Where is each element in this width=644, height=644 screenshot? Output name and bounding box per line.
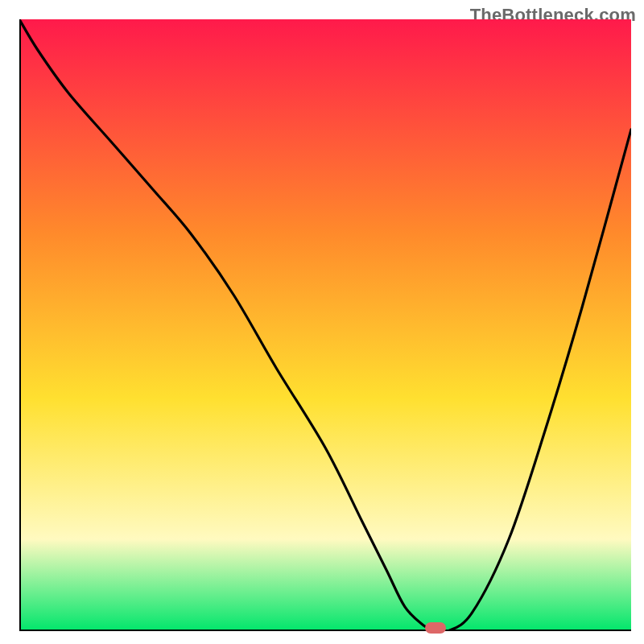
chart-frame: TheBottleneck.com [0,0,644,644]
plot-svg [19,19,631,631]
optimal-marker [425,622,446,634]
gradient-background [19,19,631,631]
plot-area [19,19,631,631]
